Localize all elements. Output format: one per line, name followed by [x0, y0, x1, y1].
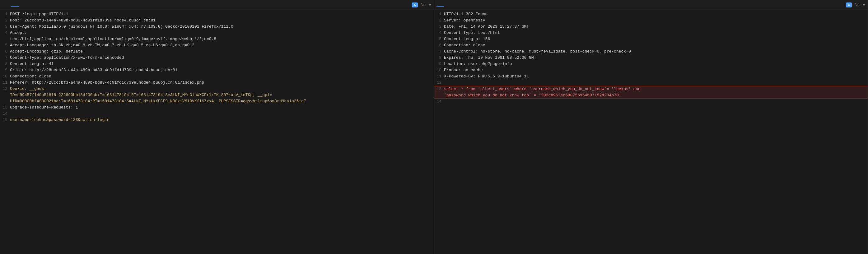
menu-icon-left[interactable]: ≡	[429, 2, 431, 7]
table-row: 11X-Powered-By: PHP/5.5.9-1ubuntu4.11	[434, 73, 868, 80]
tab-raw-right[interactable]	[445, 3, 453, 6]
line-content: Connection: close	[10, 73, 434, 80]
left-content: 1POST /login.php HTTP/1.12Host: 28cccbf3…	[0, 10, 434, 254]
line-content: Pragma: no-cache	[444, 67, 868, 73]
left-tab-bar: S \n ≡	[0, 0, 434, 10]
line-number: 6	[434, 42, 444, 49]
line-content: POST /login.php HTTP/1.1	[10, 11, 434, 18]
line-content: username=leekos&password=123&action=logi…	[10, 117, 434, 123]
tab-hex-right[interactable]	[454, 3, 461, 6]
table-row: 4Accept: text/html,application/xhtml+xml…	[0, 30, 434, 42]
line-number: 9	[0, 67, 10, 73]
table-row: 10Pragma: no-cache	[434, 67, 868, 73]
line-content: Cookie: __gads= ID=d99457f140a51818-2228…	[10, 86, 434, 104]
table-row: 15username=leekos&password=123&action=lo…	[0, 117, 434, 123]
table-row: 7Cache-Control: no-store, no-cache, must…	[434, 49, 868, 55]
tab-beautify-left[interactable]	[2, 3, 10, 6]
newline-icon-right[interactable]: \n	[855, 2, 860, 7]
right-content: 1HTTP/1.1 302 Found2Server: openresty3Da…	[434, 10, 868, 254]
line-number: 10	[434, 67, 444, 73]
line-number: 15	[0, 117, 10, 123]
table-row: 5Content-Length: 156	[434, 36, 868, 42]
line-content	[444, 80, 868, 86]
line-content: HTTP/1.1 302 Found	[444, 11, 868, 18]
stream-icon-right[interactable]: S	[846, 2, 852, 7]
line-number: 5	[434, 36, 444, 42]
table-row: 7Content-Type: application/x-www-form-ur…	[0, 55, 434, 61]
line-number: 1	[0, 11, 10, 18]
line-content: Accept-Language: zh-CN,zh;q=0.8,zh-TW;q=…	[10, 42, 434, 49]
line-number: 4	[0, 30, 10, 42]
line-number: 7	[0, 55, 10, 61]
tab-render-right[interactable]	[463, 3, 470, 6]
table-row: 14	[0, 111, 434, 117]
tab-raw-left[interactable]	[11, 3, 19, 6]
menu-icon-right[interactable]: ≡	[863, 2, 865, 7]
line-content: Upgrade-Insecure-Requests: 1	[10, 104, 434, 111]
table-row: 11Referer: http://28cccbf3-a44a-489b-bd8…	[0, 80, 434, 86]
right-tab-bar: S \n ≡	[434, 0, 868, 10]
left-pane: S \n ≡ 1POST /login.php HTTP/1.12Host: 2…	[0, 0, 434, 254]
line-content: Content-Length: 156	[444, 36, 868, 42]
table-row: 3Date: Fri, 14 Apr 2023 15:27:37 GMT	[434, 24, 868, 30]
table-row: 9Location: user.php?page=info	[434, 61, 868, 67]
table-row: 5Accept-Language: zh-CN,zh;q=0.8,zh-TW;q…	[0, 42, 434, 49]
line-content: Referer: http://28cccbf3-a44a-489b-bd83-…	[10, 80, 434, 86]
line-content	[10, 111, 434, 117]
table-row: 8Expires: Thu, 19 Nov 1981 08:52:00 GMT	[434, 55, 868, 61]
line-content: Connection: close	[444, 42, 868, 49]
line-content: select * from `albert_users` where `user…	[444, 86, 868, 99]
line-number: 8	[0, 61, 10, 67]
table-row: 9Origin: http://28cccbf3-a44a-489b-bd83-…	[0, 67, 434, 73]
line-content: Host: 28cccbf3-a44a-489b-bd83-4c91fd1d73…	[10, 18, 434, 24]
line-content	[444, 99, 868, 105]
newline-icon-left[interactable]: \n	[421, 2, 426, 7]
table-row: 6Accept-Encoding: gzip, deflate	[0, 49, 434, 55]
table-row: 4Content-Type: text/html	[434, 30, 868, 36]
line-number: 13	[0, 104, 10, 111]
left-tab-actions: S \n ≡	[412, 2, 431, 7]
line-content: Server: openresty	[444, 18, 868, 24]
table-row: 1HTTP/1.1 302 Found	[434, 11, 868, 18]
line-number: 14	[0, 111, 10, 117]
table-row: 14	[434, 99, 868, 105]
line-content: Accept: text/html,application/xhtml+xml,…	[10, 30, 434, 42]
line-number: 5	[0, 42, 10, 49]
line-content: Accept-Encoding: gzip, deflate	[10, 49, 434, 55]
line-content: Origin: http://28cccbf3-a44a-489b-bd83-4…	[10, 67, 434, 73]
line-number: 2	[434, 18, 444, 24]
line-number: 8	[434, 55, 444, 61]
line-content: Content-Type: text/html	[444, 30, 868, 36]
line-content: Date: Fri, 14 Apr 2023 15:27:37 GMT	[444, 24, 868, 30]
tab-beautify-right[interactable]	[436, 3, 444, 6]
line-number: 14	[434, 99, 444, 105]
line-content: X-Powered-By: PHP/5.5.9-1ubuntu4.11	[444, 73, 868, 80]
line-number: 4	[434, 30, 444, 36]
table-row: 13Upgrade-Insecure-Requests: 1	[0, 104, 434, 111]
line-number: 12	[0, 86, 10, 104]
line-content: Cache-Control: no-store, no-cache, must-…	[444, 49, 868, 55]
line-content: Content-Length: 41	[10, 61, 434, 67]
line-number: 1	[434, 11, 444, 18]
line-number: 12	[434, 80, 444, 86]
table-row: 3User-Agent: Mozilla/5.0 (Windows NT 10.…	[0, 24, 434, 30]
line-content: User-Agent: Mozilla/5.0 (Windows NT 10.0…	[10, 24, 434, 30]
line-number: 7	[434, 49, 444, 55]
line-number: 2	[0, 18, 10, 24]
line-number: 11	[0, 80, 10, 86]
tab-hex-left[interactable]	[20, 3, 27, 6]
table-row: 10Connection: close	[0, 73, 434, 80]
line-content: Content-Type: application/x-www-form-url…	[10, 55, 434, 61]
line-number: 6	[0, 49, 10, 55]
right-pane: S \n ≡ 1HTTP/1.1 302 Found2Server: openr…	[434, 0, 868, 254]
table-row: 13select * from `albert_users` where `us…	[434, 86, 868, 99]
line-number: 11	[434, 73, 444, 80]
line-content: Location: user.php?page=info	[444, 61, 868, 67]
line-number: 3	[434, 24, 444, 30]
right-tab-actions: S \n ≡	[846, 2, 865, 7]
line-content: Expires: Thu, 19 Nov 1981 08:52:00 GMT	[444, 55, 868, 61]
line-number: 3	[0, 24, 10, 30]
line-number: 13	[434, 86, 444, 99]
stream-icon-left[interactable]: S	[412, 2, 418, 7]
table-row: 6Connection: close	[434, 42, 868, 49]
